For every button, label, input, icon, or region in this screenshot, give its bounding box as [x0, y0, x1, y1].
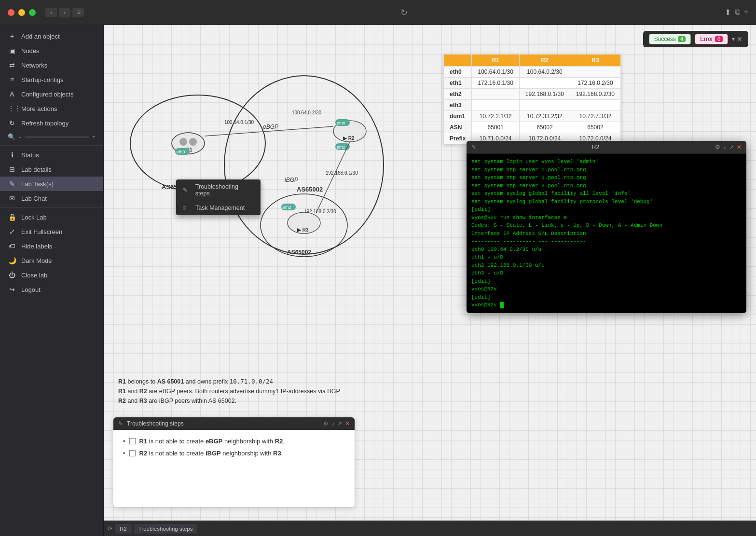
plus-icon: + [8, 32, 16, 40]
table-row-eth0: eth0 100.64.0.1/30 100.64.0.2/30 [444, 67, 621, 78]
table-header-r2: R2 [519, 55, 570, 67]
checkbox-1[interactable] [129, 438, 136, 444]
link-r2-r3: 192.168.0.1/30 [326, 170, 358, 176]
startup-configs-icon: ≡ [8, 76, 16, 83]
troubleshoot-task-1: R1 is not able to create eBGP neighborsh… [139, 438, 285, 445]
terminal-line-6: set system syslog global facility protoc… [471, 198, 742, 206]
terminal-line-16: [edit] [471, 277, 742, 286]
table-row-asn: ASN 65001 65002 65002 [444, 122, 621, 133]
sidebar-item-lab-details[interactable]: ⊟ Lab details [0, 162, 103, 177]
table-cell-r3-dum1: 10.72.7.3/32 [570, 111, 620, 122]
sidebar-item-exit-fullscreen[interactable]: ⤢ Exit Fullscreen [0, 224, 103, 239]
topology-canvas: AS65001 AS65002 AS65002 ▶ R1 eth0 [113, 54, 422, 271]
zoom-plus[interactable]: + [92, 134, 96, 140]
table-cell-eth2-label: eth2 [444, 89, 472, 100]
error-notification[interactable]: Error 0 [695, 34, 728, 44]
table-cell-eth3-label: eth3 [444, 100, 472, 111]
ibgp-label: iBGP [285, 177, 298, 183]
window-icon[interactable]: ⧉ [735, 8, 740, 17]
terminal-line-12: eth0 100.64.0.2/30 u/u [471, 246, 742, 254]
zoom-out-icon[interactable]: 🔍 [8, 133, 15, 140]
bottom-tab-r2[interactable]: R2 [115, 524, 132, 534]
success-notification[interactable]: Success 4 [649, 34, 691, 44]
troubleshoot-close-icon[interactable]: ✕ [345, 420, 350, 427]
desc-r3-bold: R3 [139, 398, 147, 404]
troubleshoot-window: ✎ Troubleshooting steps ⚙ ♪ ↗ ✕ R1 is no… [113, 417, 355, 507]
terminal-close-icon[interactable]: ✕ [737, 144, 742, 151]
maximize-button[interactable] [29, 9, 36, 16]
terminal-resize-icon[interactable]: ↗ [729, 144, 734, 151]
power-icon: ⏻ [8, 271, 16, 279]
terminal-titlebar: ✎ R2 ⚙ ♪ ↗ ✕ [467, 141, 746, 154]
terminal-line-11: --------- ---------- --- ----------- [471, 237, 742, 246]
sidebar-item-configured-objects[interactable]: A Configured objects [0, 87, 103, 101]
terminal-line-19: vyos@R2# [471, 301, 742, 309]
bottom-bar-sync-icon[interactable]: ⟳ [108, 525, 113, 532]
sidebar-item-lab-chat[interactable]: ✉ Lab Chat [0, 191, 103, 206]
troubleshoot-settings-icon[interactable]: ⚙ [323, 420, 329, 427]
terminal-line-15: eth3 - u/D [471, 269, 742, 277]
description-line-1: R1 belongs to AS 65001 and owns prefix 1… [118, 377, 340, 386]
layout-button[interactable]: ⊡ [72, 8, 84, 17]
context-menu: ✎ Troubleshooting steps ≡ Task Managemen… [176, 179, 261, 215]
sidebar-label-networks: Networks [21, 62, 47, 69]
context-menu-task-management[interactable]: ≡ Task Management [176, 201, 261, 215]
as65002-outer-label: AS65002 [297, 186, 323, 193]
success-label: Success [654, 36, 676, 42]
share-icon[interactable]: ⬆ [725, 8, 731, 17]
troubleshoot-audio-icon[interactable]: ♪ [331, 420, 334, 427]
as65002-inner-label: AS65002 [287, 249, 311, 256]
reload-icon[interactable]: ↻ [400, 7, 408, 18]
close-button[interactable] [8, 9, 14, 16]
sidebar-item-nodes[interactable]: ▣ Nodes [0, 43, 103, 58]
desc-r2-bold: R2 [139, 388, 147, 395]
bottom-tab-r2-label: R2 [120, 526, 127, 532]
terminal-line-1: set system login user vyos level 'admin' [471, 158, 742, 166]
link-r1-r2-top: 100.64.0.2/30 [292, 110, 322, 115]
notification-close-icon[interactable]: ✕ [737, 35, 742, 43]
r3-eth2-label: eth2 [283, 205, 291, 210]
table-cell-r2-eth3 [519, 100, 570, 111]
terminal-line-5: set system syslog global facility all le… [471, 190, 742, 198]
terminal-line-14: eth2 192.168.0.1/30 u/u [471, 261, 742, 270]
terminal-window[interactable]: ✎ R2 ⚙ ♪ ↗ ✕ set system login user vyos … [467, 141, 746, 313]
sidebar-item-startup-configs[interactable]: ≡ Startup-configs [0, 72, 103, 87]
terminal-audio-icon[interactable]: ♪ [723, 144, 726, 151]
back-button[interactable]: ‹ [45, 8, 57, 17]
sidebar-item-add-object[interactable]: + Add an object [0, 29, 103, 43]
sidebar-item-networks[interactable]: ⇄ Networks [0, 58, 103, 72]
forward-button[interactable]: › [59, 8, 70, 17]
terminal-line-17: vyos@R2# [471, 285, 742, 293]
table-cell-r3-asn: 65002 [570, 122, 620, 133]
sidebar-item-hide-labels[interactable]: 🏷 Hide labels [0, 239, 103, 253]
table-row-dum1: dum1 10.72.2.1/32 10.72.33.2/32 10.72.7.… [444, 111, 621, 122]
bottom-tab-troubleshooting[interactable]: Troubleshooting steps [134, 524, 198, 534]
terminal-settings-icon[interactable]: ⚙ [715, 144, 720, 151]
troubleshoot-resize-icon[interactable]: ↗ [337, 420, 342, 427]
zoom-slider[interactable] [25, 137, 89, 137]
sidebar-item-status[interactable]: ℹ Status [0, 148, 103, 162]
sidebar-item-lab-tasks[interactable]: ✎ Lab Task(s) [0, 177, 103, 191]
traffic-lights [8, 9, 36, 16]
topology-svg: AS65001 AS65002 AS65002 ▶ R1 eth0 [113, 54, 422, 271]
minimize-button[interactable] [18, 9, 25, 16]
sidebar-item-logout[interactable]: ↪ Logout [0, 282, 103, 297]
sidebar-item-dark-mode[interactable]: 🌙 Dark Mode [0, 253, 103, 268]
sidebar-label-logout: Logout [21, 286, 41, 293]
zoom-minus[interactable]: − [18, 134, 22, 140]
more-actions-icon: ⋮⋮ [8, 105, 16, 112]
table-row-eth1: eth1 172.16.0.1/30 172.16.0.2/30 [444, 78, 621, 89]
checkbox-2[interactable] [129, 450, 136, 456]
sidebar-item-lock-lab[interactable]: 🔒 Lock Lab [0, 210, 103, 224]
label-icon: 🏷 [8, 242, 16, 250]
terminal-line-4: set system ntp server 2.pool.ntp.org [471, 182, 742, 190]
dropdown-chevron-icon[interactable]: ▾ [732, 36, 735, 42]
desc-prefix: 10.71.0.0/24 [230, 378, 273, 385]
context-menu-troubleshooting[interactable]: ✎ Troubleshooting steps [176, 179, 261, 201]
sidebar-item-refresh-topology[interactable]: ↻ Refresh topology [0, 116, 103, 130]
content-area[interactable]: Success 4 Error 0 ▾ ✕ AS65001 AS65002 [104, 25, 756, 536]
sidebar-item-close-lab[interactable]: ⏻ Close lab [0, 268, 103, 282]
sidebar-item-more-actions[interactable]: ⋮⋮ More actions [0, 101, 103, 116]
add-icon[interactable]: + [744, 8, 748, 17]
terminal-body[interactable]: set system login user vyos level 'admin'… [467, 154, 746, 313]
